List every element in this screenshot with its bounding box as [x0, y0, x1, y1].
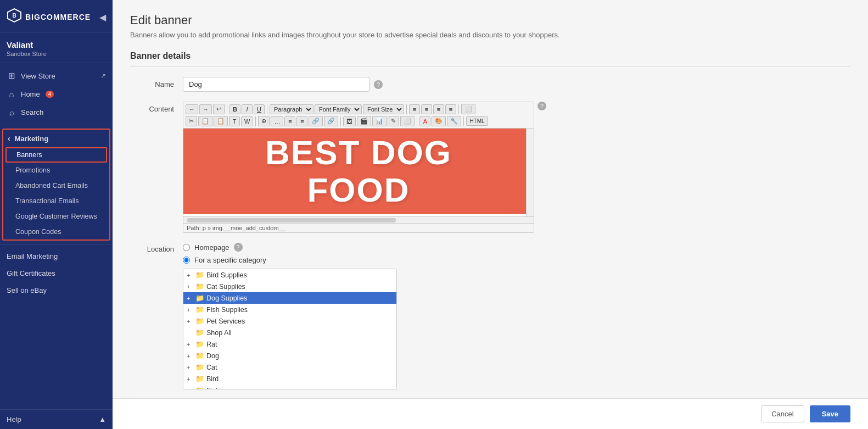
- tree-item[interactable]: +📁Dog Supplies: [183, 292, 396, 304]
- sidebar-item-home[interactable]: ⌂ Home 4: [0, 85, 113, 103]
- cancel-button[interactable]: Cancel: [761, 405, 804, 422]
- rte-color-btn[interactable]: A: [419, 116, 430, 126]
- rte-redo-btn[interactable]: →: [199, 104, 212, 114]
- rte-italic-btn[interactable]: I: [242, 104, 253, 114]
- rte-paste-btn[interactable]: 📋: [214, 116, 228, 126]
- rte-underline-btn[interactable]: U: [254, 104, 265, 114]
- rte-blockquote-btn[interactable]: 🔗: [309, 116, 323, 126]
- tree-expand-btn[interactable]: +: [187, 283, 193, 290]
- save-button[interactable]: Save: [810, 405, 850, 422]
- sidebar-item-promotions[interactable]: Promotions: [3, 163, 109, 178]
- tree-item[interactable]: +📁Fish: [183, 385, 396, 389]
- rte-image-btn[interactable]: 🖼: [343, 116, 356, 126]
- sidebar-item-transactional[interactable]: Transactional Emails: [3, 193, 109, 209]
- rte-alignright-btn[interactable]: ≡: [433, 104, 444, 114]
- specific-category-radio[interactable]: [183, 257, 190, 264]
- name-input[interactable]: [183, 77, 369, 92]
- tree-item[interactable]: +📁Bird: [183, 373, 396, 385]
- rte-hscroll[interactable]: [183, 216, 534, 223]
- home-icon: ⌂: [7, 90, 16, 99]
- rte-body[interactable]: BEST DOG FOOD: [183, 129, 534, 216]
- tree-expand-btn[interactable]: +: [187, 272, 193, 278]
- rte-cut-btn[interactable]: ✂: [186, 116, 197, 126]
- tree-item-label: Shop All: [206, 329, 232, 337]
- tree-item[interactable]: +📁Cat: [183, 361, 396, 373]
- tree-expand-btn[interactable]: +: [187, 353, 193, 359]
- sidebar-footer-help[interactable]: Help ▲: [0, 409, 113, 429]
- rte-bgcolor-btn[interactable]: 🎨: [432, 116, 446, 126]
- rte-copy-btn[interactable]: 📋: [198, 116, 212, 126]
- folder-icon: 📁: [195, 282, 204, 291]
- sidebar-divider-1: [0, 125, 113, 125]
- rte-code-btn[interactable]: ⬜: [400, 116, 415, 126]
- category-tree[interactable]: +📁Bird Supplies+📁Cat Supplies+📁Dog Suppl…: [183, 269, 397, 389]
- marketing-label: Marketing: [15, 135, 48, 143]
- rich-text-editor[interactable]: ← → ↩ B I U Paragraph: [183, 102, 534, 233]
- rte-paragraph-select[interactable]: Paragraph: [270, 104, 313, 114]
- tree-expand-btn[interactable]: +: [187, 307, 193, 313]
- tree-expand-btn[interactable]: +: [187, 341, 193, 348]
- rte-clear-btn[interactable]: ↩: [213, 104, 225, 114]
- tree-item[interactable]: +📁Bird Supplies: [183, 269, 396, 281]
- sidebar-item-view-store[interactable]: ⊞ View Store ↗: [0, 66, 113, 85]
- rte-source-btn[interactable]: HTML: [466, 116, 488, 126]
- store-icon: ⊞: [7, 71, 16, 81]
- tree-item[interactable]: 📁Shop All: [183, 327, 396, 338]
- rte-table-btn[interactable]: 📊: [372, 116, 387, 126]
- rte-media-btn[interactable]: 🎬: [357, 116, 371, 126]
- sidebar-item-google-reviews[interactable]: Google Customer Reviews: [3, 209, 109, 224]
- folder-icon: 📁: [195, 317, 204, 325]
- rte-justify-btn[interactable]: ≡: [445, 104, 456, 114]
- rte-format-btn[interactable]: 🔧: [447, 116, 461, 126]
- homepage-help-icon[interactable]: ?: [234, 243, 243, 252]
- rte-link-btn[interactable]: 🔗: [324, 116, 338, 126]
- sidebar-nav: ⊞ View Store ↗ ⌂ Home 4 ⌕ Search ‹ Marke…: [0, 63, 113, 409]
- section-title: Banner details: [130, 51, 850, 67]
- rte-alignleft-btn[interactable]: ≡: [409, 104, 420, 114]
- rte-ul-btn[interactable]: ⊕: [258, 116, 270, 126]
- sidebar-item-marketing[interactable]: ‹ Marketing: [3, 130, 109, 147]
- homepage-radio[interactable]: [183, 244, 190, 251]
- rte-sep-6: [340, 116, 341, 126]
- location-form-row: Location Homepage ? For a specific categ…: [130, 243, 850, 389]
- rte-ol-btn[interactable]: …: [271, 116, 283, 126]
- tree-item[interactable]: +📁Pet Services: [183, 315, 396, 327]
- tree-expand-btn[interactable]: +: [187, 295, 193, 302]
- tree-item[interactable]: +📁Fish Supplies: [183, 304, 396, 315]
- rte-undo-btn[interactable]: ←: [186, 104, 198, 114]
- tree-expand-btn[interactable]: +: [187, 387, 193, 390]
- banner-preview: BEST DOG FOOD: [183, 129, 534, 214]
- sidebar-item-coupon-codes[interactable]: Coupon Codes: [3, 224, 109, 239]
- sidebar-item-search[interactable]: ⌕ Search: [0, 103, 113, 121]
- sidebar-item-sell-on-ebay[interactable]: Sell on eBay: [0, 282, 113, 299]
- tree-expand-btn[interactable]: +: [187, 318, 193, 325]
- location-options: Homepage ? For a specific category +📁Bir…: [183, 243, 397, 389]
- collapse-sidebar-button[interactable]: ◀: [99, 12, 106, 23]
- content-help-icon[interactable]: ?: [537, 102, 546, 110]
- sidebar-item-abandoned-cart[interactable]: Abandoned Cart Emails: [3, 178, 109, 193]
- rte-scrollbar[interactable]: [526, 129, 534, 216]
- tree-item[interactable]: +📁Cat Supplies: [183, 281, 396, 292]
- marketing-sub-nav: Banners Promotions Abandoned Cart Emails…: [3, 147, 109, 239]
- rte-fullscreen-btn[interactable]: ⬜: [461, 104, 475, 114]
- sidebar-item-email-marketing[interactable]: Email Marketing: [0, 248, 113, 265]
- sidebar-item-gift-certificates[interactable]: Gift Certificates: [0, 265, 113, 282]
- email-marketing-label: Email Marketing: [7, 252, 58, 260]
- tree-item-label: Fish Supplies: [206, 306, 248, 314]
- tree-expand-btn[interactable]: +: [187, 376, 193, 382]
- rte-fontsize-select[interactable]: Font Size: [363, 104, 404, 114]
- tree-expand-btn[interactable]: +: [187, 364, 193, 371]
- location-label: Location: [130, 243, 174, 253]
- rte-paste-word-btn[interactable]: W: [241, 116, 253, 126]
- rte-fontfamily-select[interactable]: Font Family: [315, 104, 362, 114]
- rte-indent-btn[interactable]: ≡: [284, 116, 295, 126]
- rte-outdent-btn[interactable]: ≡: [296, 116, 307, 126]
- rte-edit-btn[interactable]: ✎: [388, 116, 399, 126]
- name-help-icon[interactable]: ?: [374, 80, 383, 89]
- tree-item[interactable]: +📁Rat: [183, 338, 396, 350]
- rte-aligncenter-btn[interactable]: ≡: [421, 104, 432, 114]
- tree-item[interactable]: +📁Dog: [183, 350, 396, 361]
- rte-paste-text-btn[interactable]: T: [229, 116, 240, 126]
- sidebar-item-banners[interactable]: Banners: [5, 147, 107, 163]
- rte-bold-btn[interactable]: B: [229, 104, 240, 114]
